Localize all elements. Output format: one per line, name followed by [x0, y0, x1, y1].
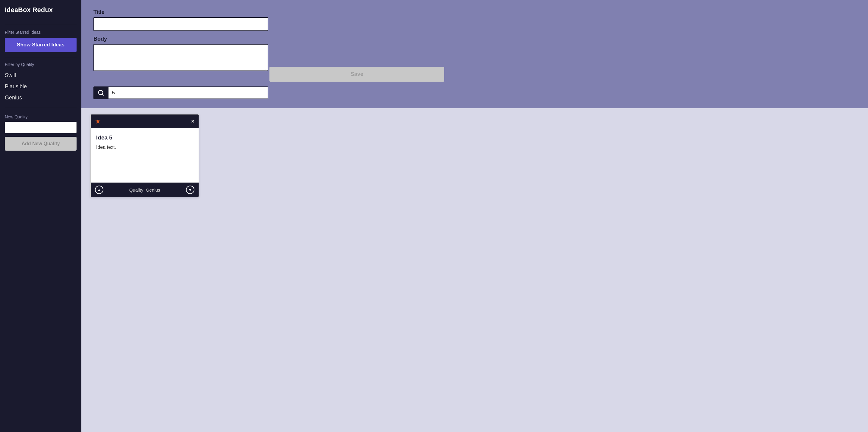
idea-card-body: Idea 5 Idea text.	[91, 128, 198, 182]
star-icon[interactable]: ★	[95, 118, 101, 125]
quality-filter-swill[interactable]: Swill	[5, 70, 76, 81]
divider-2	[5, 57, 76, 57]
bottom-panel: ★ × Idea 5 Idea text. ▲ Quality: Genius …	[82, 108, 868, 432]
search-row	[93, 87, 268, 99]
title-label: Title	[93, 9, 856, 15]
sidebar: IdeaBox Redux Filter Starred Ideas Show …	[0, 0, 82, 432]
quality-down-button[interactable]: ▼	[186, 186, 194, 194]
search-input[interactable]	[108, 87, 268, 99]
divider-1	[5, 25, 76, 25]
idea-card-header: ★ ×	[91, 114, 198, 128]
new-quality-label: New Quality	[5, 114, 76, 119]
top-panel: Title Body Save	[82, 0, 868, 108]
search-button[interactable]	[93, 87, 108, 99]
idea-card-footer: ▲ Quality: Genius ▼	[91, 182, 198, 197]
filter-starred-label: Filter Starred Ideas	[5, 30, 76, 35]
filter-quality-label: Filter by Quality	[5, 62, 76, 67]
new-quality-input[interactable]	[5, 122, 76, 133]
search-icon	[98, 90, 104, 96]
divider-3	[5, 107, 76, 107]
close-button[interactable]: ×	[191, 119, 194, 125]
show-starred-button[interactable]: Show Starred Ideas	[5, 38, 76, 52]
body-textarea[interactable]	[93, 44, 268, 71]
quality-filter-genius[interactable]: Genius	[5, 92, 76, 103]
add-quality-button[interactable]: Add New Quality	[5, 137, 76, 151]
quality-filter-plausible[interactable]: Plausible	[5, 81, 76, 92]
idea-title: Idea 5	[96, 134, 193, 141]
app-title: IdeaBox Redux	[5, 6, 76, 14]
idea-body-text: Idea text.	[96, 144, 193, 150]
save-button[interactable]: Save	[270, 67, 444, 81]
body-label: Body	[93, 36, 856, 42]
main-content: Title Body Save ★ × Idea 5 Idea text.	[82, 0, 868, 432]
quality-label: Quality: Genius	[129, 188, 160, 193]
idea-card: ★ × Idea 5 Idea text. ▲ Quality: Genius …	[90, 114, 199, 197]
title-input[interactable]	[93, 17, 268, 31]
quality-up-button[interactable]: ▲	[95, 186, 103, 194]
